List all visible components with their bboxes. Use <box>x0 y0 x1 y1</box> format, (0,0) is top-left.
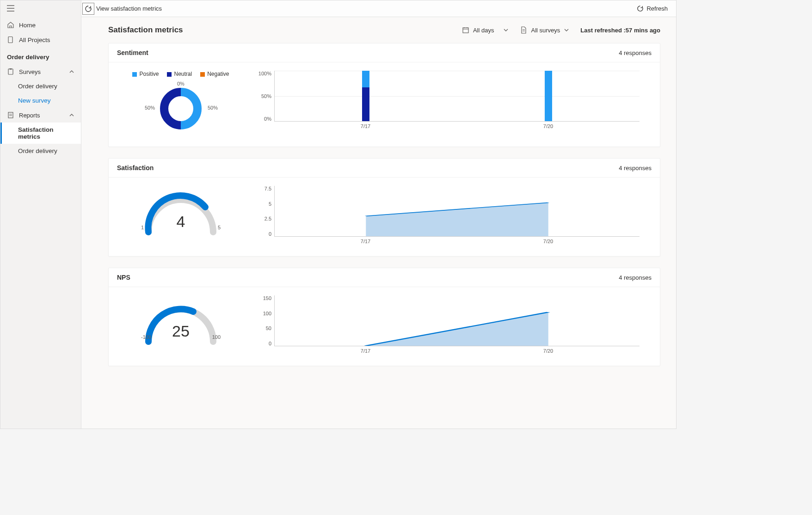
card-title: NPS <box>117 274 130 281</box>
hamburger-icon <box>7 5 14 12</box>
sidebar-section-label: Reports <box>19 112 40 119</box>
sidebar-item-all-projects[interactable]: All Projects <box>0 32 81 47</box>
svg-rect-3 <box>8 112 13 118</box>
filter-label: All surveys <box>531 27 560 34</box>
satisfaction-area-chart: 7.5 5 2.5 0 <box>256 186 644 246</box>
project-title: Order delivery <box>0 47 81 64</box>
satisfaction-gauge: 4 1 5 <box>130 186 232 241</box>
sentiment-donut: 0% 50% 50% <box>135 81 227 136</box>
sidebar-item-home[interactable]: Home <box>0 18 81 32</box>
chevron-down-icon <box>564 27 569 33</box>
home-icon <box>7 21 14 29</box>
sidebar-survey-order-delivery[interactable]: Order delivery <box>0 79 81 93</box>
report-icon <box>7 111 14 119</box>
sidebar-item-label: Home <box>19 22 36 29</box>
gauge-min: 1 <box>141 225 144 230</box>
refresh-button[interactable]: Refresh <box>637 5 668 12</box>
sidebar: Home All Projects Order delivery Surveys… <box>0 0 81 429</box>
svg-rect-2 <box>10 68 12 70</box>
refresh-label: Refresh <box>646 5 668 12</box>
sidebar-surveys-toggle[interactable]: Surveys <box>0 64 81 79</box>
gauge-value: 4 <box>130 213 232 231</box>
svg-rect-1 <box>8 69 13 74</box>
page-title: Satisfaction metrics <box>108 25 183 35</box>
sidebar-item-label: All Projects <box>19 37 50 43</box>
gauge-max: 100 <box>212 334 221 340</box>
filter-label: All days <box>473 27 494 34</box>
chevron-up-icon <box>69 112 74 118</box>
svg-marker-7 <box>366 202 548 236</box>
card-title: Satisfaction <box>117 164 154 172</box>
sidebar-survey-new[interactable]: New survey <box>0 93 81 108</box>
sidebar-item-label: Order delivery <box>18 147 57 154</box>
sidebar-reports-toggle[interactable]: Reports <box>0 108 81 123</box>
sentiment-bar-chart: 100% 50% 0% <box>256 71 644 131</box>
last-refreshed: Last refreshed :57 mins ago <box>580 27 660 34</box>
sidebar-report-satisfaction-metrics[interactable]: Satisfaction metrics <box>0 123 81 144</box>
card-meta: 4 responses <box>619 165 652 172</box>
clipboard-icon <box>7 68 14 75</box>
page-header: Satisfaction metrics All days All survey… <box>81 17 676 43</box>
document-icon <box>520 26 527 34</box>
sidebar-section-label: Surveys <box>19 68 41 75</box>
chevron-up-icon <box>69 69 74 74</box>
sidebar-item-label: New survey <box>18 97 51 104</box>
filter-surveys[interactable]: All surveys <box>520 26 569 34</box>
card-nps: NPS 4 responses 25 -100 1 <box>108 268 660 366</box>
topbar-title: View satisfaction metrics <box>96 5 162 12</box>
topbar: View satisfaction metrics Refresh <box>81 0 676 17</box>
chevron-down-icon <box>503 27 509 33</box>
donut-label-right: 50% <box>208 105 218 110</box>
gauge-max: 5 <box>218 225 221 230</box>
sidebar-item-label: Order delivery <box>18 83 57 90</box>
content-scroll[interactable]: Satisfaction metrics All days All survey… <box>81 17 676 429</box>
donut-label-top: 0% <box>177 81 185 86</box>
svg-rect-0 <box>8 37 12 43</box>
card-meta: 4 responses <box>619 274 652 281</box>
card-sentiment: Sentiment 4 responses Positive Neutral N… <box>108 43 660 147</box>
svg-rect-4 <box>463 28 468 33</box>
refresh-arc-icon <box>85 5 92 12</box>
sidebar-report-order-delivery[interactable]: Order delivery <box>0 144 81 158</box>
nps-area-chart: 150 100 50 0 <box>256 295 644 356</box>
card-meta: 4 responses <box>619 49 652 56</box>
card-satisfaction: Satisfaction 4 responses 4 1 5 <box>108 158 660 257</box>
filter-days[interactable]: All days <box>462 26 509 34</box>
main: View satisfaction metrics Refresh Satisf… <box>81 0 676 429</box>
refresh-icon <box>637 5 644 12</box>
menu-toggle[interactable] <box>0 0 81 18</box>
sidebar-item-label: Satisfaction metrics <box>18 126 74 140</box>
card-title: Sentiment <box>117 49 148 56</box>
donut-label-left: 50% <box>145 105 155 110</box>
sentiment-legend: Positive Neutral Negative <box>132 71 229 77</box>
nps-gauge: 25 -100 100 <box>130 295 232 351</box>
projects-icon <box>7 36 14 43</box>
back-button[interactable] <box>82 3 94 15</box>
calendar-icon <box>462 26 469 34</box>
gauge-min: -100 <box>141 334 151 340</box>
